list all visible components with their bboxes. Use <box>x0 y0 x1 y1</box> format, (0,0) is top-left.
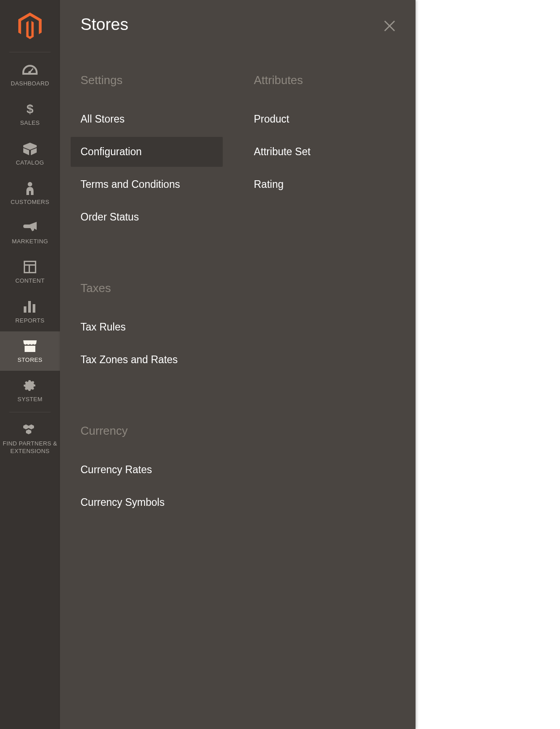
flyout-section-settings: Settings All Stores Configuration Terms … <box>81 73 223 232</box>
nav-label: DASHBOARD <box>11 80 49 87</box>
nav-item-system[interactable]: SYSTEM <box>0 371 60 410</box>
stores-flyout-panel: Stores Settings All Stores Configuration… <box>60 0 416 729</box>
blocks-icon <box>23 423 37 437</box>
close-icon <box>384 20 395 32</box>
layout-icon <box>24 260 36 274</box>
nav-item-catalog[interactable]: CATALOG <box>0 134 60 174</box>
svg-rect-3 <box>28 301 31 313</box>
svg-text:$: $ <box>26 102 34 116</box>
page-background <box>416 0 560 729</box>
nav-label: CONTENT <box>15 277 45 284</box>
box-icon <box>23 142 37 156</box>
link-product[interactable]: Product <box>244 104 396 134</box>
admin-nav-rail: DASHBOARD $ SALES CATALOG CUSTOMERS MARK… <box>0 0 60 729</box>
flyout-column-right: Attributes Product Attribute Set Rating <box>254 73 396 567</box>
nav-label: FIND PARTNERS & EXTENSIONS <box>2 440 58 455</box>
section-title: Attributes <box>254 73 396 87</box>
nav-item-dashboard[interactable]: DASHBOARD <box>0 55 60 94</box>
nav-item-sales[interactable]: $ SALES <box>0 94 60 134</box>
link-currency-symbols[interactable]: Currency Symbols <box>71 487 223 517</box>
megaphone-icon <box>23 221 37 234</box>
nav-item-customers[interactable]: CUSTOMERS <box>0 174 60 213</box>
nav-item-find-partners[interactable]: FIND PARTNERS & EXTENSIONS <box>0 415 60 462</box>
flyout-section-taxes: Taxes Tax Rules Tax Zones and Rates <box>81 281 223 375</box>
section-title: Currency <box>81 424 223 438</box>
link-currency-rates[interactable]: Currency Rates <box>71 455 223 485</box>
nav-divider <box>9 412 51 412</box>
section-title: Settings <box>81 73 223 87</box>
magento-logo[interactable] <box>18 0 42 50</box>
nav-divider <box>9 52 51 52</box>
gear-icon <box>24 379 36 392</box>
nav-label: MARKETING <box>12 238 48 245</box>
link-tax-rules[interactable]: Tax Rules <box>71 312 223 342</box>
nav-item-marketing[interactable]: MARKETING <box>0 213 60 252</box>
flyout-header: Stores <box>81 15 396 35</box>
close-button[interactable] <box>381 17 399 35</box>
nav-item-stores[interactable]: STORES <box>0 331 60 371</box>
nav-label: SALES <box>20 119 40 127</box>
nav-item-reports[interactable]: REPORTS <box>0 292 60 331</box>
svg-rect-4 <box>33 304 35 313</box>
nav-label: STORES <box>17 356 42 364</box>
section-title: Taxes <box>81 281 223 295</box>
storefront-icon <box>23 339 37 353</box>
link-tax-zones-and-rates[interactable]: Tax Zones and Rates <box>71 345 223 375</box>
svg-rect-2 <box>24 306 26 313</box>
nav-label: REPORTS <box>15 317 44 324</box>
flyout-section-attributes: Attributes Product Attribute Set Rating <box>254 73 396 199</box>
flyout-column-left: Settings All Stores Configuration Terms … <box>81 73 223 567</box>
flyout-section-currency: Currency Currency Rates Currency Symbols <box>81 424 223 517</box>
link-order-status[interactable]: Order Status <box>71 202 223 232</box>
link-all-stores[interactable]: All Stores <box>71 104 223 134</box>
magento-logo-icon <box>18 13 42 39</box>
svg-point-1 <box>28 182 32 186</box>
nav-label: SYSTEM <box>17 396 42 403</box>
bar-chart-icon <box>24 300 36 314</box>
nav-label: CUSTOMERS <box>11 199 49 206</box>
nav-label: CATALOG <box>16 159 44 166</box>
dollar-icon: $ <box>26 102 34 116</box>
link-terms-and-conditions[interactable]: Terms and Conditions <box>71 170 223 199</box>
link-configuration[interactable]: Configuration <box>71 137 223 167</box>
flyout-columns: Settings All Stores Configuration Terms … <box>81 73 396 567</box>
flyout-title: Stores <box>81 15 128 34</box>
person-icon <box>25 182 34 195</box>
dashboard-icon <box>22 63 38 76</box>
link-rating[interactable]: Rating <box>244 170 396 199</box>
nav-item-content[interactable]: CONTENT <box>0 252 60 292</box>
link-attribute-set[interactable]: Attribute Set <box>244 137 396 167</box>
